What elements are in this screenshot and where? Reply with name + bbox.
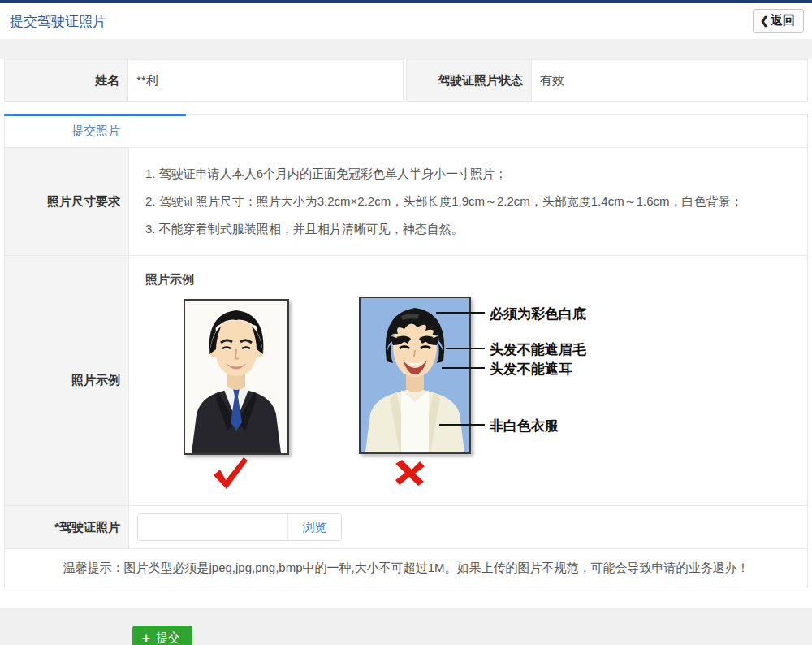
spacer <box>0 587 812 608</box>
requirement-line: 1. 驾驶证申请人本人6个月内的正面免冠彩色单人半身小一寸照片； <box>145 160 799 188</box>
header-divider-strip <box>0 39 812 59</box>
photo-requirements-content: 1. 驾驶证申请人本人6个月内的正面免冠彩色单人半身小一寸照片； 2. 驾驶证照… <box>129 148 807 255</box>
bad-photo-illustration <box>361 298 469 452</box>
plus-icon: + <box>142 631 150 645</box>
bad-photo-example <box>359 297 471 454</box>
annotation-line <box>436 312 485 314</box>
annotation-non-white-clothes: 非白色衣服 <box>490 417 559 435</box>
file-path-input[interactable] <box>138 514 287 540</box>
submit-button[interactable]: + 提交 <box>132 626 192 645</box>
tip-text: 温馨提示：图片类型必须是jpeg,jpg,png,bmp中的一种,大小不可超过1… <box>63 561 749 576</box>
photo-example-label: 照片示例 <box>5 256 129 505</box>
spacer <box>0 102 812 114</box>
photo-example-content: 照片示例 <box>129 256 807 505</box>
page-header: 提交驾驶证照片 ❮ 返回 <box>0 3 812 39</box>
photo-example-row: 照片示例 照片示例 <box>5 255 807 505</box>
checkmark-icon <box>210 456 249 493</box>
photo-example-title: 照片示例 <box>145 272 194 288</box>
name-value: **利 <box>128 59 404 102</box>
annotation-line <box>446 348 485 349</box>
good-photo-illustration <box>185 301 287 453</box>
license-photo-upload-row: *驾驶证照片 浏览 <box>5 505 807 548</box>
requirement-line: 2. 驾驶证照片尺寸：照片大小为3.2cm×2.2cm，头部长度1.9cm～2.… <box>145 188 799 215</box>
requirement-line: 3. 不能穿着制式服装照相，并且相片清晰可见，神态自然。 <box>145 215 799 243</box>
back-button[interactable]: ❮ 返回 <box>753 9 804 33</box>
active-tab-indicator <box>4 114 186 116</box>
submit-button-label: 提交 <box>156 630 180 645</box>
photo-requirements-row: 照片尺寸要求 1. 驾驶证申请人本人6个月内的正面免冠彩色单人半身小一寸照片； … <box>5 147 807 255</box>
photo-requirements-label: 照片尺寸要求 <box>5 148 129 255</box>
annotation-line <box>442 367 485 369</box>
name-label: 姓名 <box>4 59 128 102</box>
footer-bar: + 提交 <box>0 608 812 645</box>
annotation-hair-ears: 头发不能遮耳 <box>490 360 572 379</box>
annotation-white-background: 必须为彩色白底 <box>490 305 586 323</box>
tip-row: 温馨提示：图片类型必须是jpeg,jpg,png,bmp中的一种,大小不可超过1… <box>5 548 807 587</box>
license-photo-status-label: 驾驶证照片状态 <box>406 59 532 102</box>
browse-button[interactable]: 浏览 <box>287 514 341 540</box>
chevron-left-icon: ❮ <box>760 15 769 27</box>
annotation-line <box>439 424 485 426</box>
user-info-row: 姓名 **利 驾驶证照片状态 有效 <box>4 59 808 102</box>
license-photo-status-value: 有效 <box>532 59 808 102</box>
good-photo-example <box>184 299 289 455</box>
file-upload-group: 浏览 <box>137 513 342 541</box>
x-mark-icon <box>394 459 426 490</box>
annotation-hair-eyebrows: 头发不能遮眉毛 <box>490 340 586 359</box>
tab-submit-photo[interactable]: 提交照片 <box>5 123 187 139</box>
license-photo-upload-content: 浏览 <box>129 506 807 548</box>
submit-photo-card: 提交照片 照片尺寸要求 1. 驾驶证申请人本人6个月内的正面免冠彩色单人半身小一… <box>4 114 808 587</box>
page-title: 提交驾驶证照片 <box>10 12 106 31</box>
license-photo-upload-label: *驾驶证照片 <box>5 506 129 548</box>
tab-bar: 提交照片 <box>5 115 807 147</box>
back-button-label: 返回 <box>771 13 795 28</box>
